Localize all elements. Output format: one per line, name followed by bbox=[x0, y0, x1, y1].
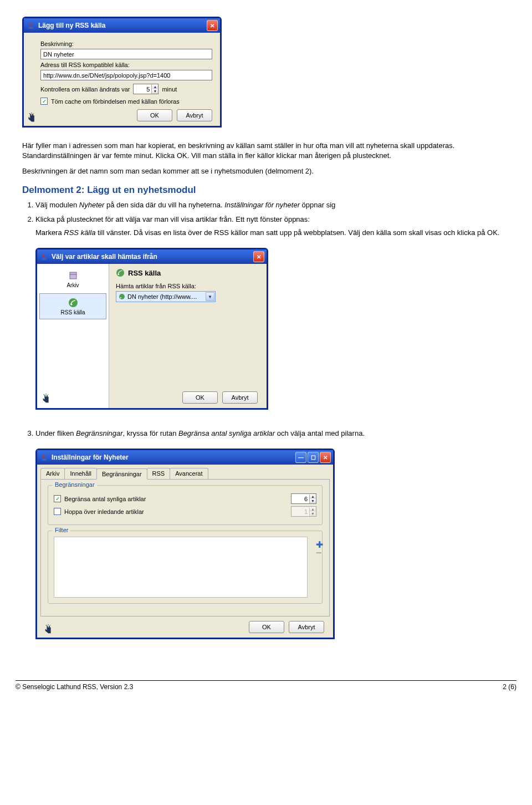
svg-point-3 bbox=[33, 113, 34, 114]
close-button[interactable]: ✕ bbox=[320, 452, 331, 463]
tomcache-label: Töm cache om förbindelsen med källan för… bbox=[51, 98, 180, 105]
skip-leading-checkbox[interactable] bbox=[54, 508, 61, 515]
hand-icon bbox=[27, 113, 37, 123]
tomcache-checkbox[interactable]: ✓ bbox=[40, 98, 48, 105]
svg-point-10 bbox=[118, 274, 119, 275]
dialog-add-rss: Lägg till ny RSS källa ✕ Beskrivning: Ad… bbox=[22, 17, 222, 128]
spinner-up-icon[interactable]: ▲ bbox=[152, 85, 158, 89]
heading-delmoment2: Delmoment 2: Lägg ut en nyhetsmodul bbox=[22, 185, 510, 196]
svg-point-7 bbox=[69, 298, 78, 307]
limit-visible-checkbox[interactable]: ✓ bbox=[54, 495, 61, 502]
chevron-down-icon[interactable]: ▼ bbox=[206, 292, 214, 301]
spinner-down-icon: ▼ bbox=[310, 512, 316, 516]
filter-label: Filter bbox=[53, 527, 70, 533]
remove-filter-button[interactable]: − bbox=[316, 550, 323, 556]
tab-innehall[interactable]: Innehåll bbox=[64, 468, 97, 479]
limit-visible-spinner[interactable]: ▲ ▼ bbox=[291, 493, 316, 504]
dialog-choose-source: Välj var artiklar skall hämtas ifrån ✕ A… bbox=[35, 248, 268, 410]
maximize-button[interactable]: ☐ bbox=[308, 452, 319, 463]
titlebar[interactable]: Lägg till ny RSS källa ✕ bbox=[24, 18, 220, 33]
desc-input[interactable] bbox=[40, 49, 212, 59]
tab-rss[interactable]: RSS bbox=[147, 468, 171, 479]
close-button[interactable]: ✕ bbox=[207, 20, 218, 31]
list-item-2: Klicka på plustecknet för att välja var … bbox=[35, 215, 510, 238]
java-icon bbox=[40, 253, 48, 261]
spinner-up-icon: ▲ bbox=[310, 507, 316, 512]
java-icon bbox=[27, 22, 35, 29]
java-icon bbox=[40, 454, 48, 461]
desc-label: Beskrivning: bbox=[40, 40, 212, 47]
group-begransningar: Begränsningar ✓ Begränsa antal synliga a… bbox=[48, 485, 323, 525]
spinner-up-icon[interactable]: ▲ bbox=[310, 495, 316, 499]
dialog-title: Lägg till ny RSS källa bbox=[38, 22, 207, 29]
filter-list[interactable] bbox=[54, 537, 308, 598]
ok-button[interactable]: OK bbox=[249, 621, 284, 633]
group-filter: Filter ✚ − bbox=[48, 531, 323, 604]
group-label: Begränsningar bbox=[53, 481, 97, 488]
spinner-down-icon[interactable]: ▼ bbox=[310, 499, 316, 503]
svg-point-1 bbox=[29, 113, 30, 114]
svg-point-18 bbox=[48, 624, 49, 625]
addr-input[interactable] bbox=[40, 70, 212, 80]
archive-icon bbox=[68, 270, 79, 281]
ok-button[interactable]: OK bbox=[137, 109, 172, 121]
titlebar[interactable]: Inställningar för Nyheter — ☐ ✕ bbox=[37, 450, 333, 465]
svg-point-13 bbox=[44, 394, 45, 395]
limit-visible-input[interactable] bbox=[291, 494, 309, 503]
rss-heading: RSS källa bbox=[116, 268, 260, 277]
rss-source-select[interactable]: DN nyheter (http://www.... ▼ bbox=[116, 291, 216, 302]
svg-point-9 bbox=[116, 269, 124, 277]
list-item-3: Under fliken Begränsningar, kryssa för r… bbox=[35, 429, 510, 439]
footer-page-number: 2 (6) bbox=[503, 683, 516, 691]
list-item-1: Välj modulen Nyheter på den sida där du … bbox=[35, 200, 510, 210]
tab-avancerat[interactable]: Avancerat bbox=[170, 468, 208, 479]
interval-spinner[interactable]: ▲ ▼ bbox=[133, 84, 158, 94]
svg-point-12 bbox=[120, 297, 121, 298]
titlebar[interactable]: Välj var artiklar skall hämtas ifrån ✕ bbox=[37, 249, 267, 264]
rss-icon bbox=[116, 268, 125, 277]
skip-leading-spinner[interactable]: ▲ ▼ bbox=[291, 506, 316, 517]
svg-point-17 bbox=[46, 625, 47, 626]
dialog-news-settings: Inställningar för Nyheter — ☐ ✕ Arkiv In… bbox=[35, 449, 335, 639]
svg-point-8 bbox=[70, 304, 72, 305]
rss-icon bbox=[119, 293, 125, 300]
limit-visible-label: Begränsa antal synliga artiklar bbox=[64, 496, 146, 502]
ok-button[interactable]: OK bbox=[182, 391, 218, 404]
rss-icon bbox=[68, 297, 79, 308]
paragraph-2: Beskrivningen är det namn som man sedan … bbox=[22, 166, 510, 176]
skip-leading-input bbox=[291, 507, 309, 516]
cancel-button[interactable]: Avbryt bbox=[289, 621, 324, 633]
dropdown-label: Hämta artiklar från RSS källa: bbox=[116, 283, 260, 289]
svg-point-19 bbox=[50, 625, 51, 626]
check-interval-label-post: minut bbox=[162, 86, 177, 93]
interval-input[interactable] bbox=[134, 84, 151, 94]
svg-point-2 bbox=[31, 113, 32, 114]
cancel-button[interactable]: Avbryt bbox=[222, 391, 258, 404]
svg-rect-5 bbox=[70, 272, 76, 279]
check-interval-label-pre: Kontrollera om källan ändrats var bbox=[40, 86, 130, 93]
addr-label: Adress till RSS kompatiblel källa: bbox=[40, 62, 212, 68]
dialog-title: Välj var artiklar skall hämtas ifrån bbox=[52, 253, 253, 261]
tab-begransningar[interactable]: Begränsningar bbox=[96, 468, 147, 480]
spinner-down-icon[interactable]: ▼ bbox=[152, 89, 158, 94]
cancel-button[interactable]: Avbryt bbox=[177, 109, 212, 121]
svg-point-11 bbox=[119, 294, 125, 299]
hand-icon bbox=[44, 624, 54, 634]
paragraph-1: Här fyller man i adressen som man har ko… bbox=[22, 141, 510, 161]
skip-leading-label: Hoppa över inledande artiklar bbox=[64, 508, 144, 515]
tab-bar: Arkiv Innehåll Begränsningar RSS Avancer… bbox=[37, 465, 333, 479]
footer-copyright: © Senselogic Lathund RSS, Version 2.3 bbox=[16, 683, 133, 691]
dialog-title: Inställningar för Nyheter bbox=[52, 454, 295, 461]
page-footer: © Senselogic Lathund RSS, Version 2.3 2 … bbox=[16, 680, 516, 691]
tab-arkiv[interactable]: Arkiv bbox=[40, 468, 65, 479]
minimize-button[interactable]: — bbox=[295, 452, 306, 463]
close-button[interactable]: ✕ bbox=[253, 251, 264, 262]
